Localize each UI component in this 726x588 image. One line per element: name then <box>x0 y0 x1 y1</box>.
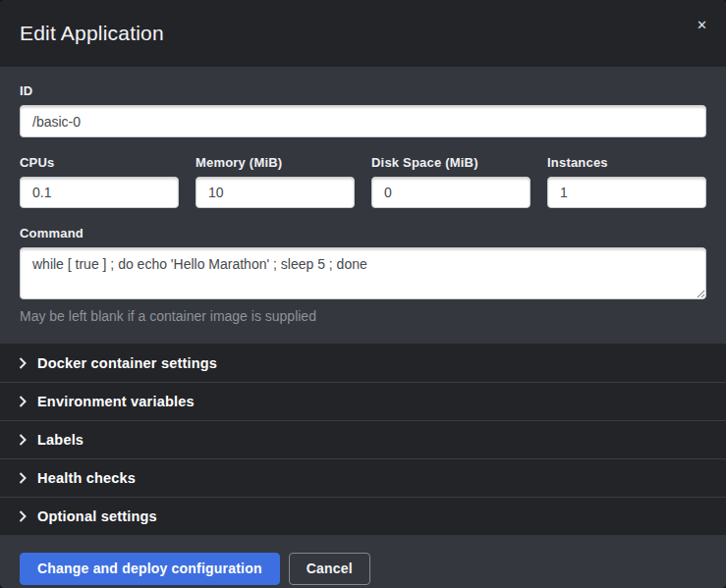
disk-space-input[interactable] <box>371 177 531 208</box>
cpus-label: CPUs <box>20 155 179 170</box>
chevron-right-icon <box>18 510 28 522</box>
memory-label: Memory (MiB) <box>195 155 355 170</box>
section-label: Optional settings <box>37 508 157 524</box>
command-textarea[interactable]: while [ true ] ; do echo 'Hello Marathon… <box>20 247 706 299</box>
section-optional-settings[interactable]: Optional settings <box>0 497 726 535</box>
instances-input[interactable] <box>547 177 706 208</box>
close-icon[interactable]: ✕ <box>694 16 710 34</box>
change-and-deploy-button[interactable]: Change and deploy configuration <box>20 553 280 585</box>
cpus-field-group: CPUs <box>20 155 179 208</box>
section-labels[interactable]: Labels <box>0 420 726 458</box>
application-form: ID CPUs Memory (MiB) Disk Space (MiB) In… <box>0 67 726 344</box>
section-environment-variables[interactable]: Environment variables <box>0 382 726 420</box>
disk-space-label: Disk Space (MiB) <box>371 155 531 170</box>
id-field-group: ID <box>20 83 706 137</box>
accordion-sections: Docker container settings Environment va… <box>0 344 726 535</box>
resources-row: CPUs Memory (MiB) Disk Space (MiB) Insta… <box>20 155 706 208</box>
chevron-right-icon <box>18 396 28 407</box>
section-label: Environment variables <box>37 394 195 409</box>
modal-title: Edit Application <box>20 22 164 45</box>
modal-footer: Change and deploy configuration Cancel <box>0 535 726 588</box>
chevron-right-icon <box>18 357 28 369</box>
instances-label: Instances <box>547 155 706 170</box>
section-label: Labels <box>37 432 84 448</box>
id-input[interactable] <box>20 105 706 137</box>
chevron-right-icon <box>18 472 28 484</box>
section-label: Health checks <box>37 470 136 486</box>
instances-field-group: Instances <box>547 155 706 208</box>
id-label: ID <box>20 83 706 98</box>
edit-application-modal: Edit Application ✕ ID CPUs Memory (MiB) … <box>0 0 726 588</box>
cancel-button[interactable]: Cancel <box>289 553 370 585</box>
section-label: Docker container settings <box>37 355 217 371</box>
command-help-text: May be left blank if a container image i… <box>20 308 706 324</box>
section-health-checks[interactable]: Health checks <box>0 458 726 497</box>
modal-header: Edit Application ✕ <box>0 0 726 67</box>
command-label: Command <box>20 226 706 241</box>
section-docker-container-settings[interactable]: Docker container settings <box>0 344 726 382</box>
chevron-right-icon <box>18 434 28 446</box>
cpus-input[interactable] <box>20 177 179 208</box>
memory-input[interactable] <box>195 177 355 208</box>
command-field-group: Command while [ true ] ; do echo 'Hello … <box>20 226 706 324</box>
memory-field-group: Memory (MiB) <box>195 155 355 208</box>
disk-space-field-group: Disk Space (MiB) <box>371 155 531 208</box>
